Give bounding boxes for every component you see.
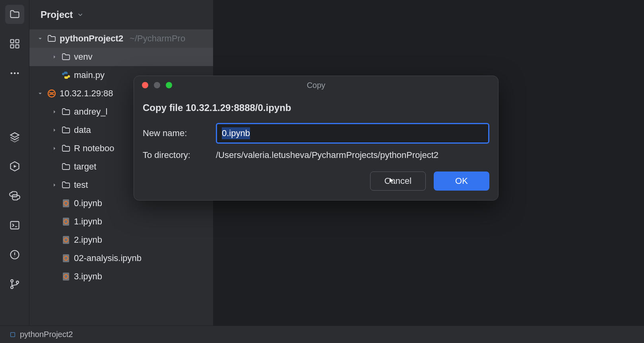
dialog-title: Copy: [134, 81, 498, 90]
svg-point-12: [11, 286, 13, 288]
tree-label: andrey_l: [74, 107, 107, 117]
branch-icon: [9, 279, 20, 290]
jupyter-server-icon: [47, 89, 56, 98]
chevron-right-icon[interactable]: [51, 145, 58, 152]
folder-icon: [61, 125, 71, 135]
tree-label: 1.ipynb: [74, 216, 102, 227]
chevron-down-icon: [77, 11, 84, 18]
tree-root[interactable]: pythonProject2 ~/PycharmPro: [29, 29, 213, 48]
chevron-down-icon[interactable]: [37, 35, 44, 42]
notebook-icon: [61, 272, 71, 281]
notebook-icon: [61, 235, 71, 245]
folder-icon: [61, 107, 71, 117]
svg-point-14: [48, 90, 55, 97]
python-console-button[interactable]: [5, 186, 24, 205]
window-controls: [134, 82, 172, 88]
new-name-input[interactable]: 0.ipynb: [216, 123, 489, 144]
svg-rect-2: [10, 45, 14, 48]
ok-button[interactable]: OK: [434, 172, 489, 191]
chevron-right-icon[interactable]: [51, 127, 58, 134]
more-tool-button[interactable]: [5, 64, 24, 83]
tree-label: 02-analysis.ipynb: [74, 253, 142, 263]
svg-point-4: [10, 72, 12, 74]
more-icon: [9, 68, 20, 79]
layers-tool-button[interactable]: [5, 127, 24, 146]
dialog-titlebar[interactable]: Copy: [134, 76, 498, 94]
folder-icon: [47, 34, 56, 43]
chevron-right-icon[interactable]: [51, 108, 58, 115]
tree-label: 3.ipynb: [74, 271, 102, 282]
svg-rect-3: [16, 45, 19, 48]
folder-icon: [9, 9, 20, 20]
tree-label: 0.ipynb: [74, 198, 102, 209]
tree-label: test: [74, 180, 88, 190]
module-icon: [10, 331, 16, 338]
structure-tool-button[interactable]: [5, 34, 24, 53]
ok-label: OK: [455, 176, 468, 186]
tree-item[interactable]: 1.ipynb: [29, 212, 213, 231]
status-bar: pythonProject2: [0, 325, 644, 343]
svg-rect-9: [10, 222, 19, 229]
status-project[interactable]: pythonProject2: [20, 330, 73, 339]
new-name-label: New name:: [143, 128, 214, 138]
form-row-to-dir: To directory: /Users/valeria.letusheva/P…: [143, 150, 489, 160]
close-icon[interactable]: [142, 82, 148, 88]
svg-rect-25: [11, 332, 15, 337]
form-row-new-name: New name: 0.ipynb: [143, 123, 489, 144]
folder-icon: [61, 180, 71, 190]
tree-item[interactable]: 02-analysis.ipynb: [29, 249, 213, 267]
chevron-right-icon[interactable]: [51, 181, 58, 189]
folder-icon: [61, 52, 71, 62]
panel-title: Project: [41, 9, 73, 20]
chevron-down-icon[interactable]: [37, 90, 44, 97]
alert-icon: [9, 249, 20, 260]
minimize-icon[interactable]: [154, 82, 160, 88]
chevron-right-icon[interactable]: [51, 53, 58, 60]
notebook-icon: [61, 253, 71, 263]
folder-icon: [61, 162, 71, 172]
svg-point-13: [16, 281, 19, 283]
python-icon: [9, 190, 20, 201]
tree-item[interactable]: 3.ipynb: [29, 267, 213, 286]
tree-label: pythonProject2: [60, 33, 123, 44]
python-file-icon: [61, 70, 71, 80]
tree-label: 10.32.1.29:88: [60, 88, 113, 99]
vcs-tool-button[interactable]: [5, 275, 24, 294]
layers-icon: [9, 131, 20, 142]
tree-label: venv: [74, 52, 92, 62]
tool-rail: [0, 0, 29, 343]
dialog-buttons: Cancel OK: [143, 172, 489, 191]
problems-tool-button[interactable]: [5, 245, 24, 264]
dialog-body: Copy file 10.32.1.29:8888/0.ipynb New na…: [134, 94, 498, 200]
new-name-value: 0.ipynb: [222, 127, 250, 139]
maximize-icon[interactable]: [166, 82, 172, 88]
services-tool-button[interactable]: [5, 157, 24, 176]
cancel-label: Cancel: [384, 176, 411, 186]
tree-label: data: [74, 125, 91, 135]
project-tool-button[interactable]: [5, 5, 24, 24]
cancel-button[interactable]: Cancel: [370, 172, 426, 191]
terminal-icon: [9, 220, 20, 231]
notebook-icon: [61, 217, 71, 226]
notebook-icon: [61, 199, 71, 208]
tree-label: R noteboo: [74, 143, 114, 154]
svg-rect-1: [16, 40, 19, 43]
tree-item[interactable]: 2.ipynb: [29, 231, 213, 249]
svg-marker-8: [14, 165, 16, 168]
tree-path: ~/PycharmPro: [130, 33, 185, 44]
svg-point-11: [11, 280, 13, 282]
grid-icon: [9, 38, 20, 49]
svg-rect-0: [10, 40, 14, 43]
svg-point-5: [14, 72, 16, 74]
tree-item-venv[interactable]: venv: [29, 48, 213, 66]
tree-label: main.py: [74, 70, 105, 80]
folder-icon: [61, 144, 71, 153]
to-dir-value[interactable]: /Users/valeria.letusheva/PycharmProjects…: [216, 150, 489, 160]
copy-dialog: Copy Copy file 10.32.1.29:8888/0.ipynb N…: [134, 76, 499, 201]
project-panel-header[interactable]: Project: [29, 0, 213, 29]
terminal-tool-button[interactable]: [5, 216, 24, 235]
to-dir-label: To directory:: [143, 150, 214, 160]
play-hex-icon: [9, 161, 20, 172]
dialog-heading: Copy file 10.32.1.29:8888/0.ipynb: [143, 102, 489, 113]
tree-label: target: [74, 162, 96, 172]
